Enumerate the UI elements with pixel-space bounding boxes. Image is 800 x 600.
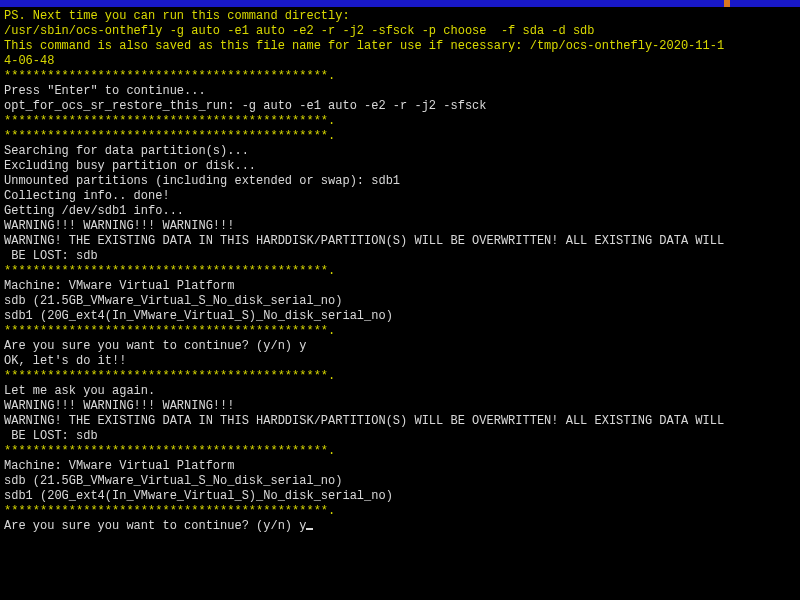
terminal-line: sdb (21.5GB_VMware_Virtual_S_No_disk_ser… (4, 474, 796, 489)
cursor (306, 528, 313, 530)
terminal-line: Machine: VMware Virtual Platform (4, 459, 796, 474)
titlebar-marker (724, 0, 730, 7)
terminal-line: ****************************************… (4, 504, 796, 519)
terminal-line: OK, let's do it!! (4, 354, 796, 369)
terminal-line: Let me ask you again. (4, 384, 796, 399)
prompt-input[interactable]: y (299, 519, 306, 533)
terminal-line: Machine: VMware Virtual Platform (4, 279, 796, 294)
terminal-line: BE LOST: sdb (4, 249, 796, 264)
terminal-line: ****************************************… (4, 69, 796, 84)
terminal-line: ****************************************… (4, 444, 796, 459)
terminal-line: WARNING! THE EXISTING DATA IN THIS HARDD… (4, 234, 796, 249)
terminal-line: WARNING! THE EXISTING DATA IN THIS HARDD… (4, 414, 796, 429)
terminal-line: 4-06-48 (4, 54, 796, 69)
terminal-line: Searching for data partition(s)... (4, 144, 796, 159)
terminal-line: ****************************************… (4, 114, 796, 129)
terminal-prompt-line[interactable]: Are you sure you want to continue? (y/n)… (4, 519, 796, 534)
terminal-line: Are you sure you want to continue? (y/n)… (4, 339, 796, 354)
terminal-line: This command is also saved as this file … (4, 39, 796, 54)
prompt-text: Are you sure you want to continue? (y/n) (4, 519, 299, 533)
terminal-line: Press "Enter" to continue... (4, 84, 796, 99)
window-titlebar (0, 0, 800, 7)
terminal-line: sdb1 (20G_ext4(In_VMware_Virtual_S)_No_d… (4, 489, 796, 504)
terminal-line: /usr/sbin/ocs-onthefly -g auto -e1 auto … (4, 24, 796, 39)
terminal-line: opt_for_ocs_sr_restore_this_run: -g auto… (4, 99, 796, 114)
terminal-line: Getting /dev/sdb1 info... (4, 204, 796, 219)
terminal-line: ****************************************… (4, 324, 796, 339)
terminal-line: sdb (21.5GB_VMware_Virtual_S_No_disk_ser… (4, 294, 796, 309)
terminal-line: Collecting info.. done! (4, 189, 796, 204)
terminal-line: WARNING!!! WARNING!!! WARNING!!! (4, 399, 796, 414)
terminal-line: Unmounted partitions (including extended… (4, 174, 796, 189)
terminal-line: WARNING!!! WARNING!!! WARNING!!! (4, 219, 796, 234)
terminal-line: sdb1 (20G_ext4(In_VMware_Virtual_S)_No_d… (4, 309, 796, 324)
terminal-line: Excluding busy partition or disk... (4, 159, 796, 174)
terminal-line: ****************************************… (4, 129, 796, 144)
terminal-line: BE LOST: sdb (4, 429, 796, 444)
terminal-line: ****************************************… (4, 264, 796, 279)
terminal-output[interactable]: PS. Next time you can run this command d… (0, 7, 800, 536)
terminal-line: ****************************************… (4, 369, 796, 384)
terminal-line: PS. Next time you can run this command d… (4, 9, 796, 24)
